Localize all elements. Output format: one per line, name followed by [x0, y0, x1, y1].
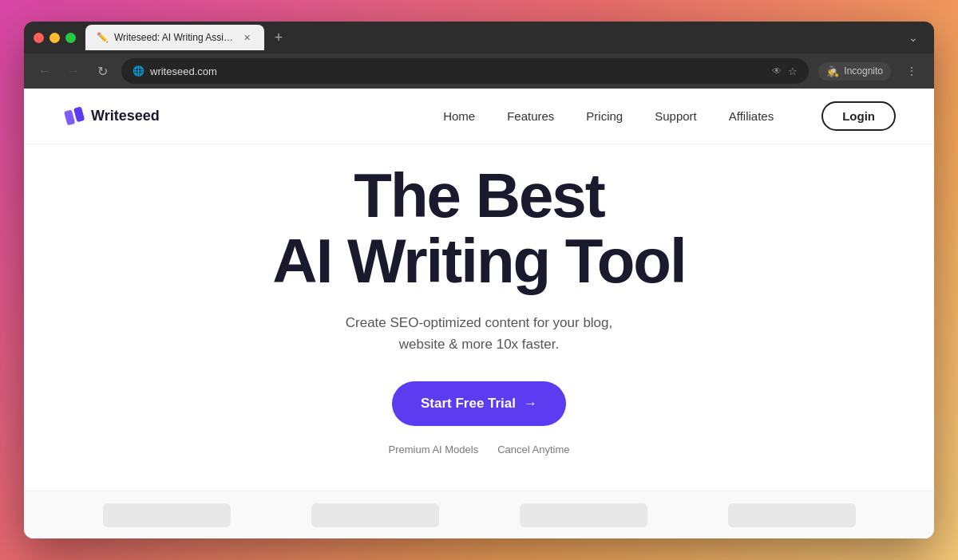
- cta-arrow-icon: →: [524, 396, 537, 412]
- url-bar-container: ← → ↻ 🌐 writeseed.com 👁 ☆ 🕵️ Incognito ⋮: [24, 53, 934, 89]
- teaser-item-4: [728, 503, 856, 527]
- incognito-label: Incognito: [844, 65, 883, 77]
- logo[interactable]: Writeseed: [62, 105, 160, 128]
- chrome-menu-button[interactable]: ⌄: [902, 26, 924, 49]
- teaser-item-2: [311, 503, 439, 527]
- logo-text: Writeseed: [91, 108, 160, 124]
- hero-subtitle: Create SEO-optimized content for your bl…: [346, 312, 613, 355]
- tab-favicon: ✏️: [97, 32, 108, 43]
- nav-support[interactable]: Support: [655, 109, 697, 123]
- traffic-light-red[interactable]: [34, 33, 44, 43]
- nav-pricing[interactable]: Pricing: [586, 109, 623, 123]
- website-content: Writeseed Home Features Pricing Support …: [24, 89, 934, 538]
- logo-icon: [62, 105, 85, 128]
- hero-section: The Best AI Writing Tool Create SEO-opti…: [24, 144, 934, 491]
- cta-label: Start Free Trial: [421, 396, 516, 412]
- refresh-button[interactable]: ↻: [93, 61, 112, 81]
- nav-home[interactable]: Home: [443, 109, 475, 123]
- hero-title: The Best AI Writing Tool: [272, 164, 685, 294]
- hero-subtitle-line2: website & more 10x faster.: [399, 337, 559, 352]
- hero-badges: Premium AI Models Cancel Anytime: [388, 444, 569, 455]
- chrome-bar: ✏️ Writeseed: AI Writing Assista... ✕ + …: [24, 22, 934, 53]
- incognito-indicator: 🕵️ Incognito: [818, 62, 891, 81]
- url-text: writeseed.com: [150, 65, 217, 77]
- url-bar[interactable]: 🌐 writeseed.com 👁 ☆: [121, 58, 809, 84]
- star-icon[interactable]: ☆: [788, 65, 798, 77]
- hero-badge-2: Cancel Anytime: [497, 444, 569, 455]
- nav-links: Home Features Pricing Support Affiliates: [443, 109, 774, 123]
- browser-window: ✏️ Writeseed: AI Writing Assista... ✕ + …: [24, 22, 934, 538]
- navbar: Writeseed Home Features Pricing Support …: [24, 89, 934, 144]
- nav-affiliates[interactable]: Affiliates: [729, 109, 774, 123]
- bottom-teaser: [24, 491, 934, 538]
- url-right-icons: 👁 ☆: [772, 65, 798, 77]
- tab-title: Writeseed: AI Writing Assista...: [114, 32, 234, 43]
- url-security-icon: 🌐: [133, 65, 144, 77]
- tab-bar: ✏️ Writeseed: AI Writing Assista... ✕ +: [85, 25, 494, 50]
- hero-badge-1: Premium AI Models: [388, 444, 478, 455]
- incognito-icon: 🕵️: [826, 65, 839, 77]
- cta-button[interactable]: Start Free Trial →: [392, 381, 566, 426]
- forward-button[interactable]: →: [64, 61, 83, 81]
- hero-title-line2: AI Writing Tool: [272, 226, 685, 296]
- back-button[interactable]: ←: [35, 61, 54, 81]
- hero-title-line1: The Best: [354, 160, 604, 231]
- svg-rect-0: [64, 109, 75, 125]
- traffic-light-green[interactable]: [65, 33, 76, 43]
- teaser-item-3: [520, 503, 647, 527]
- chrome-right-controls: ⌄: [902, 26, 924, 49]
- teaser-item-1: [103, 503, 231, 527]
- eye-slash-icon: 👁: [772, 65, 782, 77]
- hero-subtitle-line1: Create SEO-optimized content for your bl…: [346, 315, 613, 330]
- login-button[interactable]: Login: [821, 101, 896, 131]
- active-tab[interactable]: ✏️ Writeseed: AI Writing Assista... ✕: [85, 25, 264, 50]
- traffic-lights: [34, 33, 76, 43]
- tab-close-button[interactable]: ✕: [240, 31, 253, 44]
- new-tab-button[interactable]: +: [267, 26, 290, 49]
- nav-features[interactable]: Features: [507, 109, 554, 123]
- svg-rect-1: [73, 106, 85, 122]
- traffic-light-yellow[interactable]: [49, 33, 60, 43]
- chrome-kebab-menu[interactable]: ⋮: [901, 60, 923, 82]
